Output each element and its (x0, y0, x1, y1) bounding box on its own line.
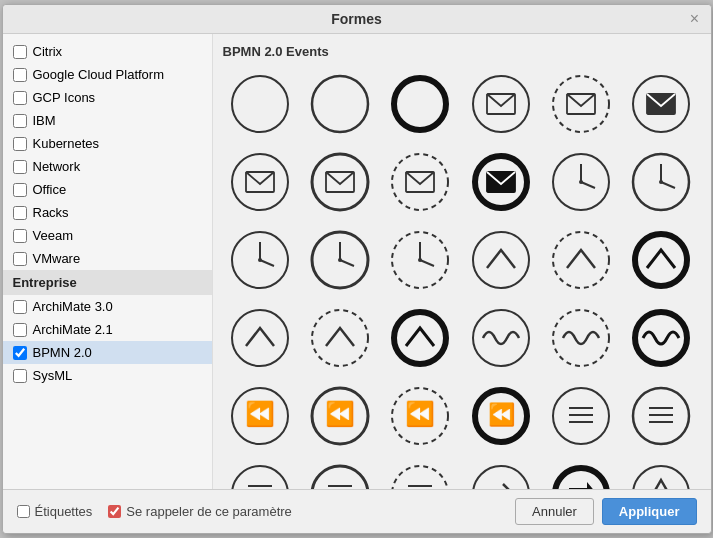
sidebar-item-label: Office (33, 182, 67, 197)
svg-point-9 (232, 154, 288, 210)
shape-cell[interactable] (383, 301, 457, 375)
shape-cell[interactable] (303, 301, 377, 375)
etiquettes-checkbox[interactable] (17, 505, 30, 518)
shape-cell[interactable] (383, 457, 457, 489)
sidebar-item[interactable]: Citrix (3, 40, 212, 63)
sidebar-checkbox[interactable] (13, 323, 27, 337)
shape-cell[interactable] (464, 223, 538, 297)
svg-point-11 (312, 154, 368, 210)
shape-cell[interactable]: ⏪ (303, 379, 377, 453)
shape-cell[interactable]: ⏪ (464, 379, 538, 453)
svg-point-45 (635, 312, 687, 364)
shape-cell[interactable] (624, 145, 698, 219)
sidebar-item[interactable]: SysML (3, 364, 212, 387)
sidebar-item[interactable]: IBM (3, 109, 212, 132)
shape-cell[interactable] (544, 457, 618, 489)
shape-cell[interactable] (624, 379, 698, 453)
cancel-button[interactable]: Annuler (515, 498, 594, 525)
shape-cell[interactable] (303, 67, 377, 141)
sidebar-checkbox[interactable] (13, 114, 27, 128)
sidebar-checkbox[interactable] (13, 160, 27, 174)
sidebar-checkbox[interactable] (13, 369, 27, 383)
sidebar-item-label: Veeam (33, 228, 73, 243)
sidebar-item[interactable]: Racks (3, 201, 212, 224)
shape-cell[interactable] (223, 457, 297, 489)
sidebar-checkbox[interactable] (13, 252, 27, 266)
svg-point-41 (312, 310, 368, 366)
shape-cell[interactable] (303, 457, 377, 489)
title-bar: Formes × (3, 5, 711, 34)
sidebar-checkbox[interactable] (13, 300, 27, 314)
svg-point-76 (555, 468, 607, 489)
shape-cell[interactable] (303, 223, 377, 297)
sidebar-item[interactable]: BPMN 2.0 (3, 341, 212, 364)
sidebar-item-label: ArchiMate 2.1 (33, 322, 113, 337)
shape-cell[interactable] (544, 301, 618, 375)
sidebar-item-label: Network (33, 159, 81, 174)
svg-line-23 (661, 182, 675, 188)
svg-point-40 (232, 310, 288, 366)
svg-point-24 (659, 180, 663, 184)
shape-cell[interactable] (544, 145, 618, 219)
sidebar-item-label: BPMN 2.0 (33, 345, 92, 360)
remember-checkbox-label[interactable]: Se rappeler de ce paramètre (108, 504, 291, 519)
etiquettes-checkbox-label[interactable]: Étiquettes (17, 504, 93, 519)
sidebar-item-label: VMware (33, 251, 81, 266)
sidebar-item[interactable]: ArchiMate 3.0 (3, 295, 212, 318)
shape-cell[interactable] (464, 67, 538, 141)
sidebar-checkbox[interactable] (13, 346, 27, 360)
shape-cell[interactable] (624, 67, 698, 141)
shape-cell[interactable] (223, 145, 297, 219)
dialog-footer: Étiquettes Se rappeler de ce paramètre A… (3, 489, 711, 533)
section-title: BPMN 2.0 Events (223, 44, 701, 59)
close-button[interactable]: × (687, 11, 703, 27)
sidebar-checkbox[interactable] (13, 206, 27, 220)
apply-button[interactable]: Appliquer (602, 498, 697, 525)
shape-cell[interactable] (624, 223, 698, 297)
shape-cell[interactable] (624, 301, 698, 375)
sidebar-item-label: Google Cloud Platform (33, 67, 165, 82)
sidebar-item-label: Kubernetes (33, 136, 100, 151)
footer-left: Étiquettes Se rappeler de ce paramètre (17, 504, 292, 519)
shape-cell[interactable] (544, 223, 618, 297)
svg-marker-79 (645, 480, 677, 489)
sidebar-checkbox[interactable] (13, 183, 27, 197)
sidebar-item[interactable]: Office (3, 178, 212, 201)
shape-cell[interactable] (544, 379, 618, 453)
shape-cell[interactable]: ⏪ (223, 379, 297, 453)
footer-right: Annuler Appliquer (515, 498, 696, 525)
svg-text:⏪: ⏪ (405, 399, 435, 428)
sidebar-item[interactable]: Kubernetes (3, 132, 212, 155)
sidebar-item[interactable]: Google Cloud Platform (3, 63, 212, 86)
shape-cell[interactable] (624, 457, 698, 489)
sidebar-checkbox[interactable] (13, 229, 27, 243)
svg-line-35 (420, 260, 434, 266)
sidebar-checkbox[interactable] (13, 68, 27, 82)
sidebar-checkbox[interactable] (13, 137, 27, 151)
sidebar-item[interactable]: Network (3, 155, 212, 178)
shape-cell[interactable] (464, 301, 538, 375)
svg-point-39 (635, 234, 687, 286)
shape-cell[interactable] (464, 145, 538, 219)
shape-cell[interactable] (223, 301, 297, 375)
remember-checkbox[interactable] (108, 505, 121, 518)
shape-cell[interactable] (383, 223, 457, 297)
shape-cell[interactable] (464, 457, 538, 489)
shape-cell[interactable]: ⏪ (383, 379, 457, 453)
shape-cell[interactable] (303, 145, 377, 219)
sidebar-item[interactable]: VMware (3, 247, 212, 270)
sidebar-item-label: GCP Icons (33, 90, 96, 105)
shape-cell[interactable] (383, 145, 457, 219)
sidebar-item[interactable]: ArchiMate 2.1 (3, 318, 212, 341)
shape-cell[interactable] (383, 67, 457, 141)
shape-cell[interactable] (223, 223, 297, 297)
dialog-body: CitrixGoogle Cloud PlatformGCP IconsIBMK… (3, 34, 711, 489)
sidebar-item[interactable]: GCP Icons (3, 86, 212, 109)
svg-point-28 (258, 258, 262, 262)
sidebar-checkbox[interactable] (13, 91, 27, 105)
sidebar-item[interactable]: Veeam (3, 224, 212, 247)
sidebar-checkbox[interactable] (13, 45, 27, 59)
shape-cell[interactable] (223, 67, 297, 141)
shape-cell[interactable] (544, 67, 618, 141)
svg-point-0 (232, 76, 288, 132)
